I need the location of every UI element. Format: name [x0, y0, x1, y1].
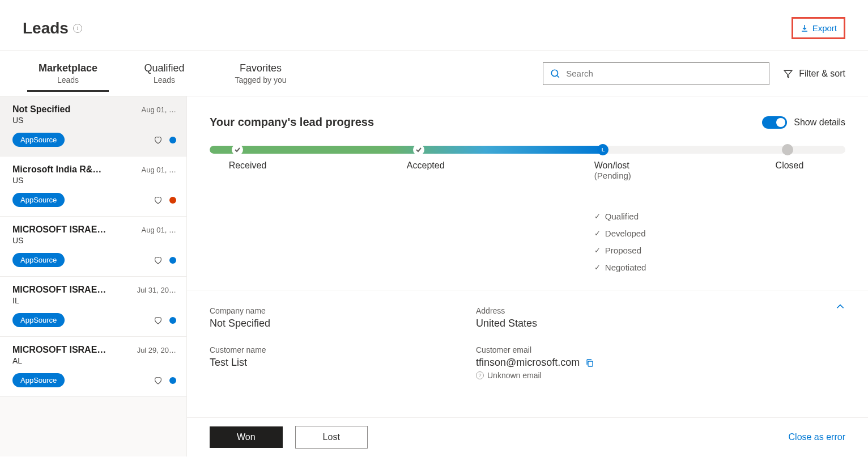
actions-bar: Won Lost Close as error [187, 417, 868, 456]
lead-subtitle: IL [12, 296, 176, 305]
lead-subtitle: AL [12, 356, 176, 365]
heart-icon[interactable] [154, 376, 163, 385]
source-badge: AppSource [12, 253, 65, 267]
copy-icon[interactable] [585, 358, 594, 367]
leads-list[interactable]: Not Specified Aug 01, … US AppSource Mic… [0, 96, 187, 456]
lead-date: Aug 01, … [142, 226, 176, 234]
status-dot [169, 317, 176, 324]
lead-item[interactable]: MICROSOFT ISRAE… Aug 01, … US AppSource [0, 217, 186, 277]
lead-item[interactable]: MICROSOFT ISRAE… Jul 31, 20… IL AppSourc… [0, 277, 186, 337]
lead-title: MICROSOFT ISRAE… [12, 345, 106, 355]
progress-title: Your company's lead progress [210, 116, 374, 129]
filter-icon [783, 69, 793, 79]
filter-sort-button[interactable]: Filter & sort [783, 69, 845, 79]
check-item: Qualified [594, 208, 845, 225]
heart-icon[interactable] [154, 196, 163, 205]
lead-title: MICROSOFT ISRAE… [12, 285, 106, 295]
collapse-button[interactable] [835, 302, 845, 314]
lead-title: MICROSOFT ISRAE… [12, 225, 106, 235]
tab-qualified[interactable]: Qualified Leads [130, 56, 198, 91]
customer-email-field: Customer email tfinson@microsoft.com ? U… [476, 345, 720, 380]
toolbar: Marketplace Leads Qualified Leads Favori… [0, 51, 868, 96]
stage-pending: (Pending) [594, 171, 631, 180]
status-dot [169, 197, 176, 204]
status-dot [169, 137, 176, 143]
stage-marker-received [232, 144, 243, 155]
tabs: Marketplace Leads Qualified Leads Favori… [34, 56, 295, 91]
lead-date: Aug 01, … [142, 105, 176, 114]
lead-title: Not Specified [12, 104, 70, 115]
show-details-toggle[interactable] [762, 116, 787, 129]
check-item: Developed [594, 225, 845, 242]
page-header: Leads i Export [0, 0, 868, 50]
address-field: Address United States [476, 306, 720, 329]
info-icon[interactable]: i [73, 24, 82, 33]
close-as-error-link[interactable]: Close as error [789, 432, 845, 442]
source-badge: AppSource [12, 193, 65, 207]
source-badge: AppSource [12, 373, 65, 387]
lead-item[interactable]: Microsoft India R&… Aug 01, … US AppSour… [0, 157, 186, 217]
tab-marketplace[interactable]: Marketplace Leads [34, 56, 102, 91]
progress-bar: L [210, 146, 845, 155]
search-box[interactable] [543, 62, 769, 85]
lost-button[interactable]: Lost [295, 426, 368, 449]
lead-item[interactable]: Not Specified Aug 01, … US AppSource [0, 96, 186, 157]
stage-marker-wonlost: L [597, 144, 609, 155]
lead-subtitle: US [12, 236, 176, 245]
source-badge: AppSource [12, 133, 65, 147]
check-item: Negotiated [594, 259, 845, 276]
tab-favorites[interactable]: Favorites Tagged by you [227, 56, 295, 91]
page-title: Leads i [23, 19, 82, 37]
stage-label: Won/lost [594, 160, 631, 171]
heart-icon[interactable] [154, 316, 163, 325]
question-icon: ? [476, 371, 484, 379]
email-note: Unknown email [487, 371, 542, 380]
search-icon [550, 69, 560, 79]
checklist: Qualified Developed Proposed Negotiated [594, 208, 845, 276]
lead-title: Microsoft India R&… [12, 164, 101, 175]
download-icon [800, 24, 809, 33]
svg-rect-1 [588, 361, 593, 366]
lead-date: Jul 31, 20… [137, 286, 176, 294]
lead-item[interactable]: MICROSOFT ISRAE… Jul 29, 20… AL AppSourc… [0, 337, 186, 397]
stage-marker-accepted [413, 144, 424, 155]
toggle-label: Show details [794, 117, 845, 128]
details-section: Company name Not Specified Address Unite… [187, 290, 868, 417]
search-input[interactable] [566, 69, 762, 78]
check-item: Proposed [594, 242, 845, 259]
status-dot [169, 377, 176, 384]
export-button[interactable]: Export [792, 17, 845, 39]
stage-label: Received [229, 160, 267, 171]
customer-name-field: Customer name Test List [210, 345, 453, 380]
status-dot [169, 257, 176, 264]
lead-subtitle: US [12, 176, 176, 185]
main-panel: Your company's lead progress Show detail… [187, 96, 868, 456]
lead-date: Jul 29, 20… [137, 346, 176, 354]
stage-marker-closed [782, 144, 793, 155]
stage-label: Closed [776, 160, 804, 171]
heart-icon[interactable] [154, 136, 163, 145]
lead-date: Aug 01, … [142, 166, 176, 174]
company-name-field: Company name Not Specified [210, 306, 453, 329]
stage-label: Accepted [407, 160, 445, 171]
content-area: Not Specified Aug 01, … US AppSource Mic… [0, 96, 868, 456]
svg-point-0 [551, 70, 558, 76]
source-badge: AppSource [12, 313, 65, 327]
progress-section: Your company's lead progress Show detail… [187, 96, 868, 290]
heart-icon[interactable] [154, 256, 163, 265]
won-button[interactable]: Won [210, 426, 283, 448]
lead-subtitle: US [12, 116, 176, 125]
